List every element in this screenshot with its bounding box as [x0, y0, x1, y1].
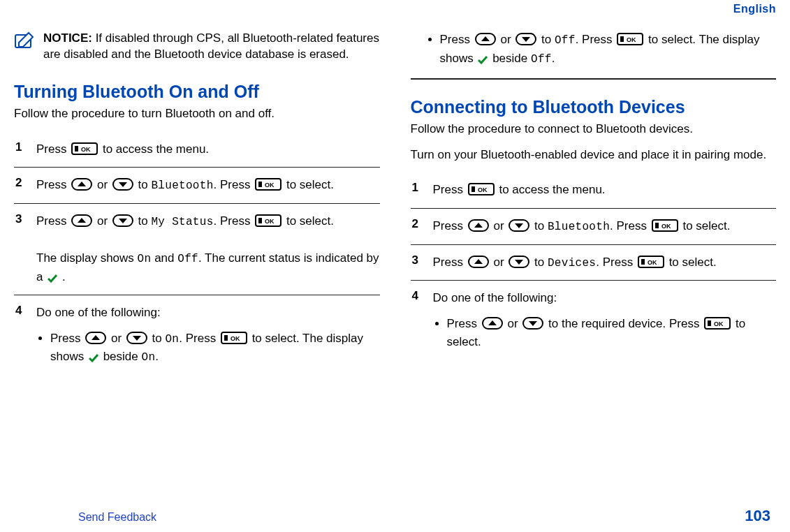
ok-button-icon: OK	[617, 33, 643, 45]
section2-intro2: Turn on your Bluetooth-enabled device an…	[411, 147, 777, 163]
step-text: Press OK to access the menu.	[433, 183, 606, 196]
menu-item: Off	[177, 253, 198, 265]
send-feedback-link[interactable]: Send Feedback	[78, 511, 156, 524]
ok-button-icon: OK	[255, 214, 281, 227]
left-column: NOTICE: If disabled through CPS, all Blu…	[14, 31, 380, 379]
svg-rect-54	[708, 320, 711, 326]
svg-rect-16	[258, 218, 262, 223]
t: .	[552, 52, 555, 65]
t: or	[493, 256, 504, 269]
checkmark-icon	[478, 56, 488, 64]
page-content: NOTICE: If disabled through CPS, all Blu…	[0, 0, 790, 379]
t: to select.	[669, 256, 717, 269]
t: Press	[447, 317, 477, 330]
notice-title: NOTICE:	[43, 31, 92, 45]
t: to select.	[682, 219, 730, 232]
notice-block: NOTICE: If disabled through CPS, all Blu…	[14, 31, 380, 63]
ok-button-icon: OK	[221, 332, 247, 344]
step-text: Do one of the following:	[36, 306, 161, 319]
svg-text:OK: OK	[478, 186, 488, 193]
svg-text:OK: OK	[648, 259, 657, 266]
up-button-icon	[71, 214, 92, 227]
menu-item: Bluetooth	[548, 221, 610, 233]
section2-intro1: Follow the procedure to connect to Bluet…	[411, 121, 777, 138]
t: beside	[103, 350, 138, 363]
ok-button-icon: OK	[468, 183, 495, 195]
ok-button-icon: OK	[638, 256, 664, 268]
step-text: Press or to Bluetooth. Press OK to selec…	[36, 178, 334, 191]
t: to select.	[286, 214, 334, 228]
step-number: 1	[15, 138, 22, 156]
svg-text:OK: OK	[81, 146, 91, 153]
t: Press	[50, 332, 80, 345]
bullet-list: Press or to the required device. Press O…	[433, 315, 777, 352]
down-button-icon	[126, 332, 147, 344]
menu-item: Off	[555, 34, 576, 47]
t: . Press	[596, 256, 633, 269]
step-number: 2	[412, 215, 418, 233]
step: 2 Press or to Bluetooth. Press OK to sel…	[411, 208, 777, 244]
t: Press	[433, 183, 463, 196]
page-number: 103	[745, 507, 770, 525]
t: to	[138, 178, 148, 191]
t: The display shows	[36, 251, 134, 265]
t: .	[155, 350, 159, 363]
t: or	[97, 178, 108, 191]
t: Press	[36, 142, 66, 156]
section1-steps: 1 Press OK to access the menu. 2 Press o…	[14, 132, 380, 379]
step: 4 Do one of the following: Press or to t…	[411, 280, 777, 364]
up-button-icon	[482, 317, 503, 330]
ok-button-icon: OK	[704, 317, 731, 330]
step-text: Do one of the following:	[433, 291, 557, 304]
step-number: 3	[412, 251, 418, 269]
down-button-icon	[112, 214, 133, 227]
t: or	[111, 332, 122, 345]
t: beside	[492, 52, 527, 65]
menu-item: On	[138, 253, 152, 265]
t: and	[154, 251, 174, 265]
menu-item: My Status	[151, 216, 213, 228]
t: or	[97, 214, 108, 228]
t: Press	[433, 219, 463, 232]
up-button-icon	[85, 332, 106, 344]
bullet: Press or to Off. Press OK to select. The…	[440, 31, 777, 68]
t: to the required device. Press	[548, 317, 699, 330]
step: 4 Do one of the following: Press or to O…	[14, 295, 380, 379]
section2-steps: 1 Press OK to access the menu. 2 Press o…	[411, 172, 777, 364]
section1-intro: Follow the procedure to turn Bluetooth o…	[14, 106, 380, 122]
down-button-icon	[112, 178, 133, 191]
step-number: 2	[15, 174, 22, 192]
step: 1 Press OK to access the menu.	[411, 172, 777, 207]
notice-text: If disabled through CPS, all Bluetooth-r…	[43, 31, 379, 61]
step: 3 Press or to My Status. Press OK to sel…	[14, 203, 380, 295]
svg-text:OK: OK	[714, 320, 724, 327]
down-button-icon	[515, 33, 536, 45]
up-button-icon	[468, 219, 489, 232]
step-number: 1	[412, 179, 418, 197]
t: to	[541, 33, 551, 46]
step-text: Press OK to access the menu.	[36, 142, 209, 156]
section2-heading: Connecting to Bluetooth Devices	[411, 96, 777, 117]
down-button-icon	[509, 219, 529, 232]
up-button-icon	[468, 256, 489, 268]
step: 2 Press or to Bluetooth. Press OK to sel…	[14, 167, 380, 203]
step: 1 Press OK to access the menu.	[14, 132, 380, 167]
t: or	[493, 219, 504, 232]
svg-rect-47	[641, 259, 645, 265]
t: .	[62, 270, 66, 283]
svg-rect-23	[224, 335, 228, 341]
bullet-list: Press or to On. Press OK to select. The …	[36, 330, 380, 367]
divider	[411, 78, 777, 80]
step: 3 Press or to Devices. Press OK to selec…	[411, 244, 777, 281]
t: . Press	[214, 214, 251, 228]
t: . Press	[214, 178, 251, 191]
t: to	[534, 256, 544, 269]
up-button-icon	[71, 178, 92, 191]
checkmark-icon	[89, 354, 98, 362]
t: to	[152, 332, 162, 345]
t: Press	[36, 178, 66, 191]
page-footer: Send Feedback 103	[0, 507, 790, 525]
step-text: Press or to Devices. Press OK to select.	[433, 256, 717, 269]
bullet: Press or to On. Press OK to select. The …	[50, 330, 380, 367]
svg-text:OK: OK	[265, 218, 275, 225]
